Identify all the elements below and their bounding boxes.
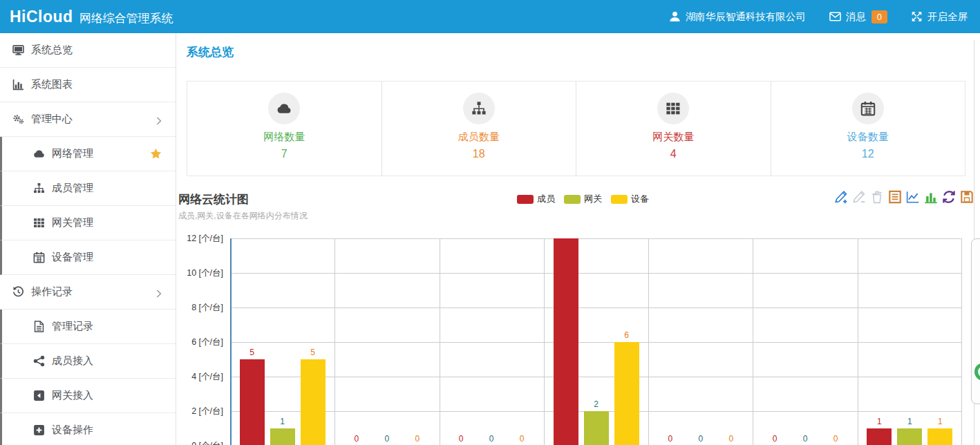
sidebar-item-network-mgmt[interactable]: 网络管理 (0, 137, 176, 171)
gridline-vertical (753, 238, 753, 445)
legend-item-2[interactable]: 设备 (611, 193, 649, 205)
main-content: 系统总览 网络数量7成员数量18网关数量4设备数量12 网络云统计图 成员,网关… (176, 33, 980, 445)
calendar-icon (852, 93, 884, 124)
sidebar-item-label: 成员管理 (52, 182, 93, 195)
bar-value-label: 0 (478, 434, 505, 444)
messages-label: 消息 (846, 10, 866, 23)
cloud-icon (32, 148, 46, 160)
sidebar-item-label: 管理记录 (52, 320, 93, 333)
y-axis-tick: 0 [个/台] (191, 440, 223, 445)
toolbox-mark-undo-icon[interactable] (851, 189, 867, 205)
sidebar-item-gateway-mgmt[interactable]: 网关管理 (0, 206, 176, 240)
expand-icon (911, 11, 923, 22)
messages-count-badge: 0 (871, 10, 887, 23)
toolbox-magic-type-line-icon[interactable] (905, 189, 921, 205)
bar-设备-group7[interactable] (927, 428, 952, 445)
app-title: 网络综合管理系统 (79, 10, 173, 26)
fullscreen-button[interactable]: 开启全屏 (911, 10, 968, 23)
stat-label: 设备数量 (771, 131, 965, 144)
messages-menu[interactable]: 消息 0 (829, 10, 887, 23)
legend-label: 网关 (584, 193, 602, 205)
sidebar-item-device-mgmt[interactable]: 设备管理 (0, 240, 176, 275)
y-axis-tick: 2 [个/台] (191, 406, 223, 417)
bar-value-label: 2 (583, 399, 610, 409)
sidebar-item-gateway-access[interactable]: 网关接入 (0, 379, 176, 413)
toolbox-data-view-icon[interactable] (887, 189, 903, 205)
legend-item-1[interactable]: 网关 (564, 193, 602, 205)
bar-value-label: 6 (613, 330, 641, 340)
sidebar-item-member-access[interactable]: 成员接入 (0, 344, 176, 379)
chart-y-axis: 0 [个/台]2 [个/台]4 [个/台]6 [个/台]8 [个/台]10 [个… (176, 33, 226, 445)
bar-成员-group4[interactable] (554, 238, 578, 445)
gridline-horizontal (232, 273, 962, 274)
y-axis-tick: 8 [个/台] (191, 302, 223, 314)
toolbox-mark-icon[interactable] (833, 189, 849, 205)
desktop-icon (12, 44, 25, 56)
company-name: 湖南华辰智通科技有限公司 (686, 10, 806, 23)
toolbox-mark-clear-icon[interactable] (869, 189, 885, 205)
sidebar-item-operation-log[interactable]: 操作记录 (0, 275, 176, 310)
gridline-vertical (440, 238, 440, 445)
toolbox-magic-type-bar-icon[interactable] (923, 189, 939, 205)
star-icon[interactable] (150, 148, 162, 160)
gridline-vertical (544, 238, 545, 445)
bar-value-label: 0 (791, 434, 819, 444)
bar-网关-group7[interactable] (897, 428, 922, 445)
bar-value-label: 0 (447, 434, 475, 444)
y-axis-line (230, 238, 232, 445)
bar-value-label: 5 (238, 348, 266, 357)
history-icon (12, 286, 25, 298)
stat-label: 成员数量 (382, 131, 576, 144)
y-axis-tick: 6 [个/台] (191, 337, 223, 348)
gridline-horizontal (232, 238, 962, 239)
chart-legend: 成员网关设备 (517, 193, 658, 205)
bar-chart-icon (12, 79, 25, 91)
bar-成员-group1[interactable] (240, 359, 265, 445)
sitemap-icon (32, 182, 46, 194)
gears-icon (12, 113, 25, 125)
bar-设备-group4[interactable] (614, 342, 639, 445)
bar-value-label: 0 (373, 434, 401, 444)
sidebar-item-system-charts[interactable]: 系统图表 (0, 68, 176, 102)
stat-card-1: 成员数量18 (381, 82, 576, 176)
brand: HiCloud 网络综合管理系统 (10, 8, 173, 26)
bar-成员-group7[interactable] (867, 428, 892, 445)
bar-value-label: 5 (299, 348, 327, 357)
app-root: HiCloud 网络综合管理系统 湖南华辰智通科技有限公司 消息 0 开启全屏 … (0, 0, 980, 445)
sidebar-item-label: 系统总览 (31, 44, 73, 57)
sidebar-item-label: 系统图表 (31, 78, 73, 91)
share-icon (32, 355, 46, 367)
sidebar-item-management-center[interactable]: 管理中心 (0, 102, 176, 137)
stats-panel: 网络数量7成员数量18网关数量4设备数量12 (187, 81, 965, 176)
sidebar-item-system-overview[interactable]: 系统总览 (0, 33, 176, 68)
app-logo[interactable]: HiCloud (10, 8, 73, 26)
grid-icon (32, 217, 46, 229)
cloud-icon (268, 93, 300, 124)
toolbox-restore-icon[interactable] (941, 189, 957, 205)
bar-设备-group1[interactable] (301, 359, 326, 445)
sidebar-item-device-operation[interactable]: 设备操作 (0, 413, 176, 445)
bar-网关-group4[interactable] (584, 411, 609, 445)
bar-网关-group1[interactable] (270, 428, 295, 445)
sidebar-item-mgmt-records[interactable]: 管理记录 (0, 310, 176, 344)
caret-square-left-icon (32, 390, 46, 401)
sidebar-item-member-mgmt[interactable]: 成员管理 (0, 171, 176, 206)
legend-swatch (611, 195, 628, 204)
stat-card-2: 网关数量4 (576, 82, 771, 176)
top-header: HiCloud 网络综合管理系统 湖南华辰智通科技有限公司 消息 0 开启全屏 (0, 0, 980, 33)
legend-swatch (564, 195, 581, 204)
stat-value: 18 (382, 148, 576, 160)
sidebar-item-label: 网络管理 (52, 147, 93, 160)
toolbox-save-as-image-icon[interactable] (959, 189, 974, 205)
sidebar-item-label: 设备管理 (52, 251, 93, 264)
envelope-icon (829, 11, 841, 22)
grid-icon (657, 93, 689, 124)
bar-value-label: 0 (657, 434, 684, 444)
account-menu[interactable]: 湖南华辰智通科技有限公司 (669, 10, 806, 23)
sidebar-item-label: 网关接入 (52, 389, 93, 402)
legend-item-0[interactable]: 成员 (517, 193, 555, 205)
sidebar-item-label: 网关管理 (52, 216, 93, 229)
gridline-horizontal (232, 307, 962, 308)
sidebar-item-label: 设备操作 (52, 424, 93, 437)
bar-value-label: 0 (822, 434, 849, 444)
